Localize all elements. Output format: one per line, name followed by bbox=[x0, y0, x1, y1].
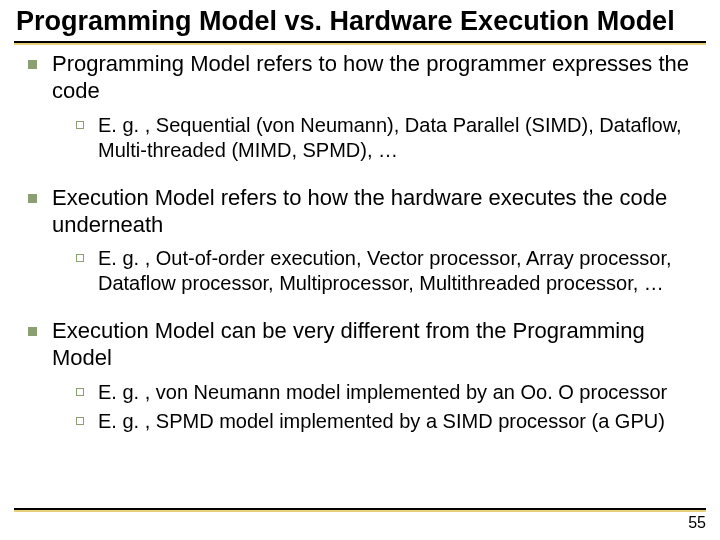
bullet-item: Execution Model refers to how the hardwa… bbox=[28, 185, 702, 297]
sub-item: E. g. , Sequential (von Neumann), Data P… bbox=[76, 113, 702, 163]
title-rule bbox=[14, 41, 706, 45]
bullet-item: Execution Model can be very different fr… bbox=[28, 318, 702, 434]
sub-list: E. g. , Out-of-order execution, Vector p… bbox=[52, 246, 702, 296]
bullet-text: Execution Model can be very different fr… bbox=[52, 318, 645, 370]
sub-list: E. g. , Sequential (von Neumann), Data P… bbox=[52, 113, 702, 163]
sub-list: E. g. , von Neumann model implemented by… bbox=[52, 380, 702, 434]
bullet-item: Programming Model refers to how the prog… bbox=[28, 51, 702, 163]
sub-item: E. g. , Out-of-order execution, Vector p… bbox=[76, 246, 702, 296]
bottom-rule bbox=[14, 508, 706, 512]
bullet-text: Programming Model refers to how the prog… bbox=[52, 51, 689, 103]
slide-title: Programming Model vs. Hardware Execution… bbox=[14, 6, 706, 41]
sub-item: E. g. , von Neumann model implemented by… bbox=[76, 380, 702, 405]
bullet-text: Execution Model refers to how the hardwa… bbox=[52, 185, 667, 237]
bullet-list: Programming Model refers to how the prog… bbox=[14, 51, 706, 434]
sub-item: E. g. , SPMD model implemented by a SIMD… bbox=[76, 409, 702, 434]
page-number: 55 bbox=[688, 514, 706, 532]
slide: Programming Model vs. Hardware Execution… bbox=[0, 0, 720, 540]
